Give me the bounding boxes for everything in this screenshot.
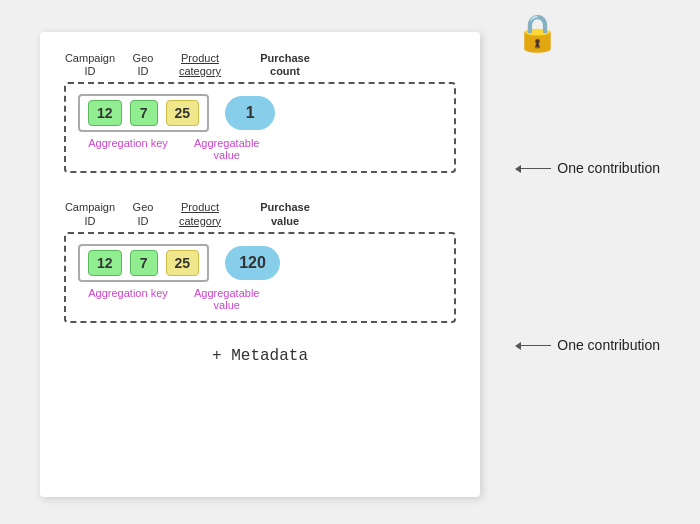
contribution-1-section: Campaign ID Geo ID Product category Purc… [64, 52, 456, 183]
contribution-2-section: Campaign ID Geo ID Product category Purc… [64, 201, 456, 332]
key-headers-1: Campaign ID Geo ID Product category [64, 52, 230, 78]
product-category-header-1: Product category [170, 52, 230, 78]
annotation-text-2: One contribution [557, 337, 660, 353]
key-cell-1-1: 12 [88, 100, 122, 126]
key-cell-2-3: 25 [166, 250, 200, 276]
aggregation-key-group-2: 12 7 25 [78, 244, 209, 282]
contribution-2-block: 12 7 25 120 Aggregation key Aggregatable… [64, 232, 456, 323]
labels-row-1: Aggregation key Aggregatable value [78, 134, 442, 161]
annotation-line-2 [521, 345, 551, 346]
labels-row-2: Aggregation key Aggregatable value [78, 284, 442, 311]
aggregatable-value-label-2: Aggregatable value [194, 284, 259, 311]
aggregatable-value-1: 1 [225, 96, 275, 130]
purchase-count-header-1: Purchase count [250, 52, 320, 78]
aggregation-key-label-2: Aggregation key [78, 284, 178, 299]
lock-icon: 🔒 [515, 12, 560, 54]
annotation-text-1: One contribution [557, 160, 660, 176]
col-headers-2: Campaign ID Geo ID Product category Purc… [64, 201, 456, 227]
geo-id-header-2: Geo ID [124, 201, 162, 227]
geo-id-header-1: Geo ID [124, 52, 162, 78]
aggregation-key-group-1: 12 7 25 [78, 94, 209, 132]
purchase-value-header-2: Purchase value [250, 201, 320, 227]
aggregatable-value-2: 120 [225, 246, 280, 280]
main-card: Campaign ID Geo ID Product category Purc… [40, 32, 480, 497]
annotation-2: One contribution [521, 337, 660, 353]
key-cell-1-3: 25 [166, 100, 200, 126]
page-wrapper: 🔒 Campaign ID Geo ID Product category [20, 12, 680, 512]
campaign-id-header-1: Campaign ID [64, 52, 116, 78]
product-category-header-2: Product category [170, 201, 230, 227]
col-headers-1: Campaign ID Geo ID Product category Purc… [64, 52, 456, 78]
key-cell-1-2: 7 [130, 100, 158, 126]
key-headers-2: Campaign ID Geo ID Product category [64, 201, 230, 227]
contribution-1-block: 12 7 25 1 Aggregation key Aggregatable v… [64, 82, 456, 173]
aggregation-key-label-1: Aggregation key [78, 134, 178, 149]
key-cell-2-2: 7 [130, 250, 158, 276]
metadata-row: + Metadata [64, 347, 456, 365]
annotation-line-1 [521, 168, 551, 169]
annotation-1: One contribution [521, 160, 660, 176]
aggregatable-value-label-1: Aggregatable value [194, 134, 259, 161]
key-value-row-2: 12 7 25 120 [78, 244, 442, 282]
key-value-row-1: 12 7 25 1 [78, 94, 442, 132]
key-cell-2-1: 12 [88, 250, 122, 276]
campaign-id-header-2: Campaign ID [64, 201, 116, 227]
